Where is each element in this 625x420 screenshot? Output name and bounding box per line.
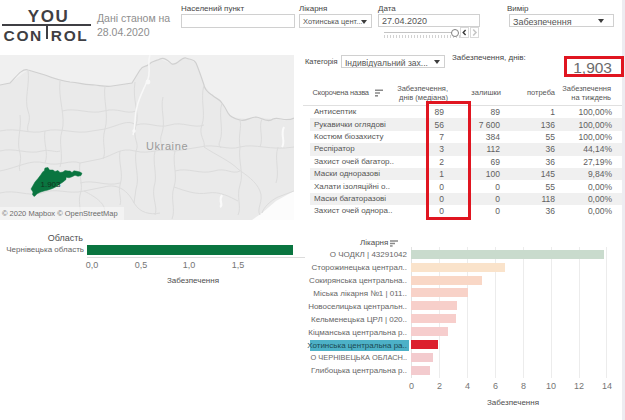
svg-text:© 2020 Mapbox © OpenStreetMap: © 2020 Mapbox © OpenStreetMap bbox=[2, 209, 118, 218]
svg-text:Ukraine: Ukraine bbox=[146, 140, 188, 152]
svg-text:1.903: 1.903 bbox=[41, 180, 62, 189]
